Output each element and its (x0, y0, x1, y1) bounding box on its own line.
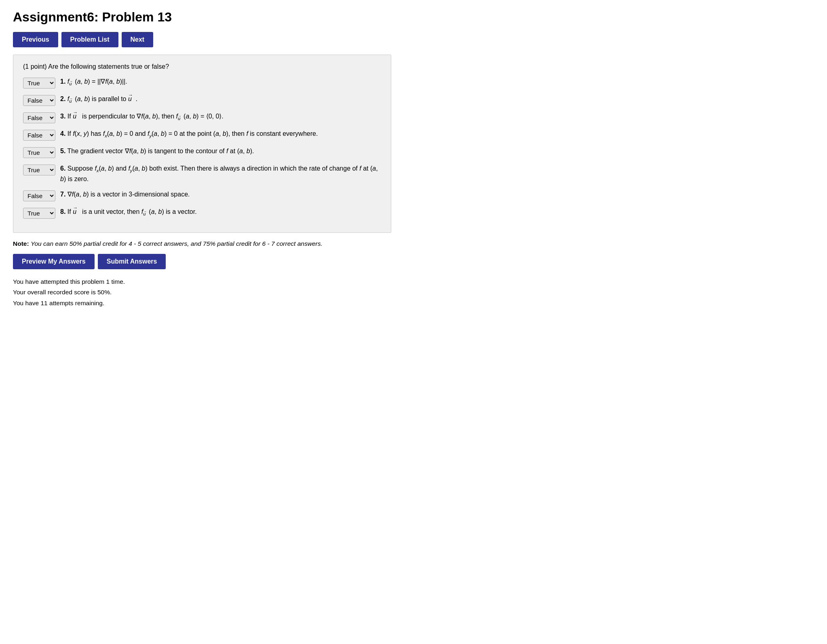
question-2-select[interactable]: True False (23, 95, 55, 106)
question-5-select-wrap[interactable]: True False (23, 147, 55, 158)
question-5-select[interactable]: True False (23, 147, 55, 158)
question-8-statement: 8. If u→ is a unit vector, then fu→(a, b… (60, 207, 197, 217)
question-1-row: True False 1. fu→(a, b) = ||∇f(a, b)||. (23, 77, 381, 89)
question-4-select-wrap[interactable]: True False (23, 130, 55, 141)
nav-buttons: Previous Problem List Next (13, 32, 391, 47)
question-6-select-wrap[interactable]: True False (23, 165, 55, 175)
question-4-row: True False 4. If f(x, y) has fx(a, b) = … (23, 129, 381, 141)
note-label: Note: (13, 240, 29, 247)
question-3-statement: 3. If u→ is perpendicular to ∇f(a, b), t… (60, 112, 224, 122)
question-4-statement: 4. If f(x, y) has fx(a, b) = 0 and fy(a,… (60, 129, 318, 139)
question-2-select-wrap[interactable]: True False (23, 95, 55, 106)
page-title: Assignment6: Problem 13 (13, 10, 391, 25)
problem-list-button[interactable]: Problem List (61, 32, 118, 47)
action-buttons: Preview My Answers Submit Answers (13, 254, 391, 269)
previous-button[interactable]: Previous (13, 32, 58, 47)
question-2-statement: 2. fu→(a, b) is parallel to u→. (60, 94, 137, 105)
question-4-select[interactable]: True False (23, 130, 55, 141)
question-8-select[interactable]: True False (23, 208, 55, 219)
question-3-row: True False 3. If u→ is perpendicular to … (23, 112, 381, 123)
status-line-2: Your overall recorded score is 50%. (13, 287, 391, 298)
next-button[interactable]: Next (122, 32, 154, 47)
preview-answers-button[interactable]: Preview My Answers (13, 254, 95, 269)
note-line: Note: You can earn 50% partial credit fo… (13, 240, 391, 247)
question-3-select[interactable]: True False (23, 112, 55, 123)
submit-answers-button[interactable]: Submit Answers (98, 254, 166, 269)
note-text: You can earn 50% partial credit for 4 - … (31, 240, 323, 247)
question-8-select-wrap[interactable]: True False (23, 208, 55, 219)
question-2-row: True False 2. fu→(a, b) is parallel to u… (23, 94, 381, 106)
problem-box: (1 point) Are the following statements t… (13, 55, 391, 233)
status-line-3: You have 11 attempts remaining. (13, 298, 391, 308)
question-3-select-wrap[interactable]: True False (23, 112, 55, 123)
question-7-statement: 7. ∇f(a, b) is a vector in 3-dimensional… (60, 190, 190, 199)
question-5-row: True False 5. The gradient vector ∇f(a, … (23, 146, 381, 158)
question-8-row: True False 8. If u→ is a unit vector, th… (23, 207, 381, 219)
question-6-statement: 6. Suppose fx(a, b) and fy(a, b) both ex… (60, 164, 381, 184)
question-1-select-wrap[interactable]: True False (23, 78, 55, 89)
question-7-row: True False 7. ∇f(a, b) is a vector in 3-… (23, 190, 381, 201)
question-5-statement: 5. The gradient vector ∇f(a, b) is tange… (60, 146, 254, 156)
question-7-select-wrap[interactable]: True False (23, 190, 55, 201)
question-1-select[interactable]: True False (23, 78, 55, 89)
question-6-row: True False 6. Suppose fx(a, b) and fy(a,… (23, 164, 381, 184)
question-1-statement: 1. fu→(a, b) = ||∇f(a, b)||. (60, 77, 127, 87)
status-text: You have attempted this problem 1 time. … (13, 277, 391, 308)
question-6-select[interactable]: True False (23, 165, 55, 175)
problem-intro: (1 point) Are the following statements t… (23, 63, 381, 70)
status-line-1: You have attempted this problem 1 time. (13, 277, 391, 287)
question-7-select[interactable]: True False (23, 190, 55, 201)
